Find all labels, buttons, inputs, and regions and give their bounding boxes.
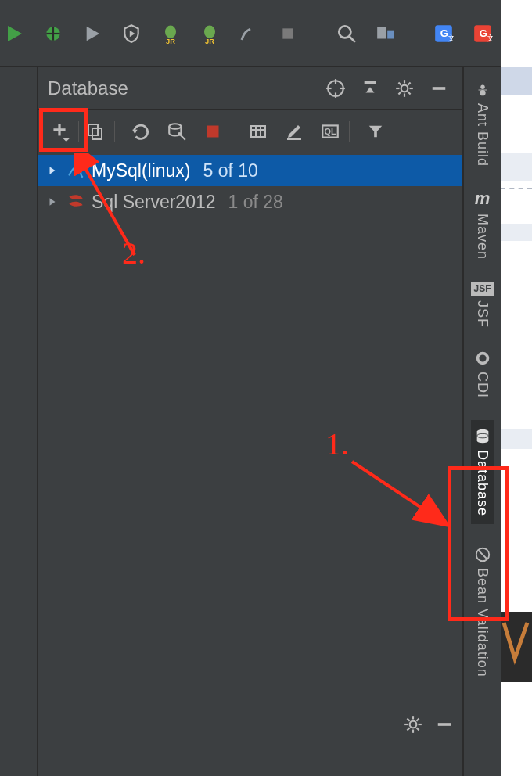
svg-point-45 bbox=[178, 132, 181, 135]
svg-point-67 bbox=[480, 85, 485, 90]
svg-rect-26 bbox=[365, 81, 376, 84]
svg-line-35 bbox=[398, 92, 401, 94]
debug-icon[interactable] bbox=[42, 23, 64, 45]
play-icon[interactable] bbox=[81, 23, 103, 45]
svg-rect-3 bbox=[52, 27, 54, 40]
svg-text:G: G bbox=[440, 27, 448, 39]
tree-item-label: Sql Server2012 bbox=[92, 192, 216, 213]
svg-rect-46 bbox=[207, 125, 219, 137]
right-tab-label: Ant Build bbox=[474, 103, 491, 167]
svg-line-63 bbox=[416, 728, 419, 730]
svg-rect-10 bbox=[282, 28, 293, 38]
tree-item-label: MySql(linux) bbox=[92, 160, 191, 181]
panel-header: Database bbox=[38, 67, 462, 110]
svg-rect-66 bbox=[438, 723, 451, 726]
right-tab-database[interactable]: Database bbox=[471, 420, 494, 524]
svg-text:文: 文 bbox=[448, 33, 454, 41]
svg-rect-14 bbox=[387, 30, 394, 38]
svg-line-65 bbox=[416, 718, 419, 720]
panel-title: Database bbox=[48, 77, 315, 99]
svg-marker-40 bbox=[63, 138, 70, 141]
right-tab-cdi[interactable]: CDI bbox=[474, 350, 491, 398]
footer-hide-icon[interactable] bbox=[436, 716, 453, 736]
svg-marker-56 bbox=[50, 198, 56, 205]
svg-rect-13 bbox=[377, 27, 386, 38]
right-tab-bean[interactable]: Bean Validation bbox=[474, 546, 491, 677]
coverage-icon[interactable] bbox=[120, 23, 142, 45]
svg-rect-47 bbox=[251, 126, 265, 137]
tree-row-sqlserver[interactable]: Sql Server2012 1 of 28 bbox=[38, 186, 462, 217]
run-icon[interactable] bbox=[3, 23, 25, 45]
svg-line-34 bbox=[408, 92, 410, 94]
svg-line-75 bbox=[478, 551, 487, 559]
main-toolbar: JR JR G文 G文 bbox=[0, 0, 501, 67]
svg-text:QL: QL bbox=[324, 127, 336, 136]
project-structure-icon[interactable] bbox=[375, 23, 397, 45]
add-button[interactable] bbox=[43, 115, 76, 148]
footer-settings-icon[interactable] bbox=[403, 714, 423, 738]
right-tab-ant[interactable]: Ant Build bbox=[474, 81, 491, 167]
target-icon[interactable] bbox=[322, 74, 350, 102]
svg-line-36 bbox=[408, 82, 410, 84]
right-tab-maven[interactable]: m Maven bbox=[474, 189, 491, 260]
expand-icon[interactable] bbox=[45, 194, 60, 210]
right-tool-bar: Ant Build m Maven JSF JSF CDI Database B… bbox=[463, 67, 501, 776]
letter-v-icon bbox=[502, 621, 530, 668]
editor-gutter bbox=[501, 0, 532, 776]
svg-point-28 bbox=[401, 84, 408, 92]
svg-marker-27 bbox=[366, 87, 375, 92]
svg-marker-54 bbox=[369, 125, 383, 137]
svg-point-8 bbox=[204, 25, 215, 38]
stop-button[interactable] bbox=[196, 115, 229, 148]
datasource-props-button[interactable] bbox=[160, 115, 193, 148]
wand-icon[interactable] bbox=[238, 23, 260, 45]
datasource-tree: MySql(linux) 5 of 10 Sql Server2012 1 of… bbox=[38, 153, 462, 217]
stop-icon[interactable] bbox=[277, 23, 299, 45]
mysql-icon bbox=[65, 160, 87, 181]
translate2-icon[interactable]: G文 bbox=[472, 23, 494, 45]
svg-text:JR: JR bbox=[166, 37, 175, 44]
database-panel: Database bbox=[38, 67, 463, 776]
console-button[interactable]: QL bbox=[314, 115, 347, 148]
duplicate-button[interactable] bbox=[79, 115, 112, 148]
svg-marker-4 bbox=[87, 26, 100, 40]
svg-line-64 bbox=[407, 728, 409, 730]
svg-text:JR: JR bbox=[205, 37, 214, 44]
svg-point-6 bbox=[165, 25, 176, 38]
svg-point-57 bbox=[410, 721, 417, 728]
search-icon[interactable] bbox=[336, 23, 358, 45]
svg-point-68 bbox=[480, 90, 485, 95]
expand-icon[interactable] bbox=[45, 163, 60, 178]
ide-window: JR JR G文 G文 Database bbox=[0, 0, 501, 776]
tree-item-count: 5 of 10 bbox=[203, 160, 258, 181]
filter-button[interactable] bbox=[359, 115, 392, 148]
tree-row-mysql[interactable]: MySql(linux) 5 of 10 bbox=[38, 155, 462, 186]
split-icon[interactable] bbox=[356, 74, 384, 102]
refresh-button[interactable] bbox=[124, 115, 157, 148]
svg-point-71 bbox=[479, 355, 486, 362]
mssql-icon bbox=[65, 191, 87, 213]
table-view-button[interactable] bbox=[242, 115, 275, 148]
translate-icon[interactable]: G文 bbox=[433, 23, 455, 45]
right-tab-label: Bean Validation bbox=[474, 568, 491, 677]
settings-gear-icon[interactable] bbox=[390, 74, 419, 102]
svg-text:文: 文 bbox=[487, 33, 493, 41]
svg-point-11 bbox=[339, 26, 350, 38]
right-tab-jsf[interactable]: JSF JSF bbox=[471, 282, 493, 328]
svg-marker-43 bbox=[132, 129, 138, 133]
right-tab-label: Maven bbox=[474, 214, 491, 260]
profiler-bug-icon[interactable]: JR bbox=[160, 23, 182, 45]
svg-line-33 bbox=[398, 82, 401, 84]
svg-line-12 bbox=[349, 36, 355, 42]
profiler-bug2-icon[interactable]: JR bbox=[199, 23, 221, 45]
svg-text:G: G bbox=[480, 27, 487, 39]
svg-marker-55 bbox=[50, 167, 56, 174]
right-tab-label: CDI bbox=[474, 372, 491, 398]
panel-toolbar: QL bbox=[38, 110, 462, 153]
svg-line-62 bbox=[407, 718, 409, 720]
hide-icon[interactable] bbox=[425, 74, 453, 102]
svg-rect-37 bbox=[433, 87, 446, 90]
edit-button[interactable] bbox=[278, 115, 311, 148]
left-gutter bbox=[0, 67, 38, 776]
svg-marker-5 bbox=[130, 30, 135, 37]
